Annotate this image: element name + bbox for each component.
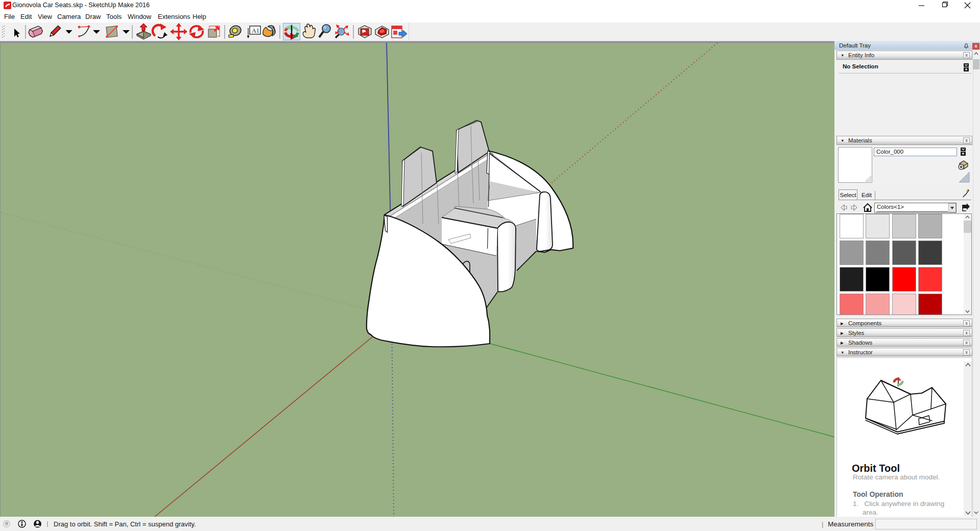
svg-text:A1: A1 xyxy=(252,27,259,34)
